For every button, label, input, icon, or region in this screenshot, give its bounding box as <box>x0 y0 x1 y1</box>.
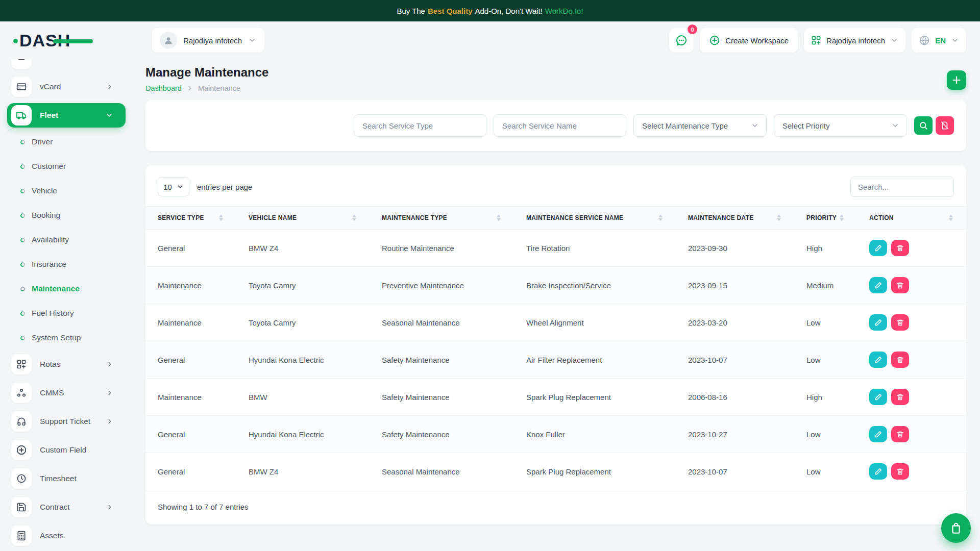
edit-button[interactable] <box>869 426 887 442</box>
shopping-bag-icon <box>949 521 963 535</box>
bullet-icon <box>20 212 26 218</box>
delete-button[interactable] <box>891 463 909 480</box>
sidebar-item-label: Booking <box>32 211 60 220</box>
sidebar-item-label: Availability <box>32 235 69 244</box>
delete-button[interactable] <box>891 352 909 368</box>
table-cell: Low <box>794 416 857 453</box>
table-body: GeneralBMW Z4Routine MaintenanceTire Rot… <box>145 230 966 490</box>
column-header-action[interactable]: ACTION <box>857 207 966 230</box>
sidebar-item-timesheet[interactable]: Timesheet <box>7 464 126 493</box>
table-header-row: SERVICE TYPEVEHICLE NAMEMAINTENANCE TYPE… <box>145 207 966 230</box>
language-dropdown[interactable]: EN <box>912 28 966 53</box>
edit-button[interactable] <box>869 352 887 368</box>
company-name: Rajodiya infotech <box>183 36 242 45</box>
delete-button[interactable] <box>891 240 909 256</box>
column-header-service-type[interactable]: SERVICE TYPE <box>145 207 236 230</box>
sidebar-item-label: Timesheet <box>40 474 77 483</box>
table-search-input[interactable] <box>850 177 954 197</box>
edit-button[interactable] <box>869 389 887 405</box>
bullet-icon <box>20 310 26 316</box>
edit-button[interactable] <box>869 463 887 480</box>
column-header-maintenance-type[interactable]: MAINTENANCE TYPE <box>370 207 514 230</box>
sidebar-item-availability[interactable]: Availability <box>7 228 126 252</box>
delete-button[interactable] <box>891 426 909 442</box>
edit-button[interactable] <box>869 314 887 331</box>
truck-icon <box>11 105 32 126</box>
table-row: MaintenanceBMWSafety MaintenanceSpark Pl… <box>145 379 966 416</box>
save-icon <box>11 497 32 517</box>
promo-banner: Buy The Best Quality Add-On, Don't Wait!… <box>0 0 980 21</box>
sidebar-item-system-setup[interactable]: System Setup <box>7 325 126 350</box>
chevron-down-icon <box>105 111 113 119</box>
plus-circle-icon <box>709 35 720 46</box>
edit-button[interactable] <box>869 240 887 256</box>
column-label: PRIORITY <box>806 214 837 221</box>
delete-button[interactable] <box>891 389 909 405</box>
add-maintenance-button[interactable] <box>947 70 966 90</box>
service-name-search-input[interactable] <box>494 114 626 137</box>
sidebar-item-label: Rotas <box>40 360 61 369</box>
sidebar-item-rotas[interactable]: Rotas <box>7 350 126 379</box>
create-workspace-button[interactable]: Create Workspace <box>700 28 798 53</box>
pencil-icon <box>874 319 882 327</box>
sidebar-item-contract[interactable]: Contract <box>7 493 126 521</box>
sidebar-item-vcard[interactable]: vCard <box>7 72 126 101</box>
table-cell: BMW Z4 <box>236 453 370 490</box>
column-label: MAINTENANCE SERVICE NAME <box>526 214 623 221</box>
dash-logo[interactable]: DASH <box>19 31 70 51</box>
sidebar-item-vehicle[interactable]: Vehicle <box>7 179 126 203</box>
banner-brand-link[interactable]: WorkDo.Io! <box>545 7 583 15</box>
sidebar-item-assets[interactable]: Assets <box>7 521 126 550</box>
table-footer: Showing 1 to 7 of 7 entries <box>145 490 966 511</box>
column-label: VEHICLE NAME <box>249 214 297 221</box>
cart-fab-button[interactable] <box>941 513 971 543</box>
trash-icon <box>896 431 904 438</box>
sidebar-item-customer[interactable]: Customer <box>7 154 126 179</box>
notification-badge: 0 <box>688 24 697 34</box>
breadcrumb-dashboard-link[interactable]: Dashboard <box>145 84 182 92</box>
table-cell: 2023-10-07 <box>676 453 794 490</box>
trash-icon <box>896 468 904 475</box>
sidebar: vCardFleetDriverCustomerVehicleBookingAv… <box>0 59 133 551</box>
trash-icon <box>896 319 904 327</box>
column-header-priority[interactable]: PRIORITY <box>794 207 857 230</box>
notifications-button[interactable]: 0 <box>669 28 694 53</box>
bullet-icon <box>20 261 26 267</box>
sidebar-item-insurance[interactable]: Insurance <box>7 252 126 277</box>
column-header-vehicle-name[interactable]: VEHICLE NAME <box>236 207 370 230</box>
chevron-down-icon <box>177 183 184 190</box>
company-dropdown[interactable]: Rajodiya infotech <box>152 28 264 53</box>
service-type-search-input[interactable] <box>354 114 486 137</box>
sidebar-item-custom-field[interactable]: Custom Field <box>7 436 126 464</box>
priority-select[interactable]: Select Priority <box>774 114 907 137</box>
table-cell: Knox Fuller <box>514 416 676 453</box>
filter-search-button[interactable] <box>914 116 933 135</box>
sidebar-item-label: System Setup <box>32 333 81 342</box>
column-header-maintenance-service-name[interactable]: MAINTENANCE SERVICE NAME <box>514 207 676 230</box>
bullet-icon <box>20 163 26 169</box>
table-row: GeneralHyundai Kona ElectricSafety Maint… <box>145 341 966 379</box>
delete-button[interactable] <box>891 314 909 331</box>
table-cell: Medium <box>794 267 857 304</box>
sidebar-item-driver[interactable]: Driver <box>7 130 126 154</box>
pencil-icon <box>874 431 882 438</box>
sidebar-item-fuel-history[interactable]: Fuel History <box>7 301 126 325</box>
sidebar-item-booking[interactable]: Booking <box>7 203 126 228</box>
chevron-right-icon <box>106 389 113 396</box>
workspace-dropdown[interactable]: Rajodiya infotech <box>804 28 905 53</box>
table-card: 10 entries per page SERVICE TYPEVEHICLE … <box>145 165 966 524</box>
column-header-maintenance-date[interactable]: MAINTENANCE DATE <box>676 207 794 230</box>
sidebar-item-cmms[interactable]: CMMS <box>7 379 126 407</box>
delete-button[interactable] <box>891 277 909 293</box>
sidebar-item-support-ticket[interactable]: Support Ticket <box>7 407 126 436</box>
entries-per-page-select[interactable]: 10 <box>158 177 189 196</box>
filter-reset-button[interactable] <box>936 116 954 135</box>
sidebar-item-fleet[interactable]: Fleet <box>7 103 126 128</box>
sidebar-item-maintenance[interactable]: Maintenance <box>7 277 126 301</box>
edit-button[interactable] <box>869 277 887 293</box>
maintenance-type-select[interactable]: Select Maintenance Type <box>633 114 767 137</box>
sidebar-item-partial[interactable] <box>11 59 126 69</box>
sort-icon <box>949 215 953 221</box>
sidebar-item-label: Support Ticket <box>40 417 90 426</box>
table-cell: Seasonal Maintenance <box>370 453 514 490</box>
